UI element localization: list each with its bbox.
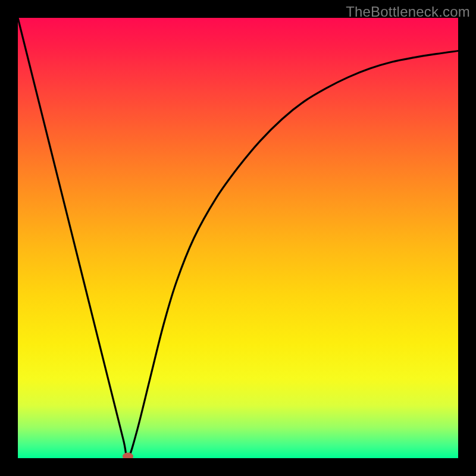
bottleneck-curve bbox=[18, 18, 458, 458]
marker-dot bbox=[123, 453, 133, 459]
plot-area bbox=[18, 18, 458, 458]
chart-frame: TheBottleneck.com bbox=[0, 0, 476, 476]
curve-layer bbox=[18, 18, 458, 458]
